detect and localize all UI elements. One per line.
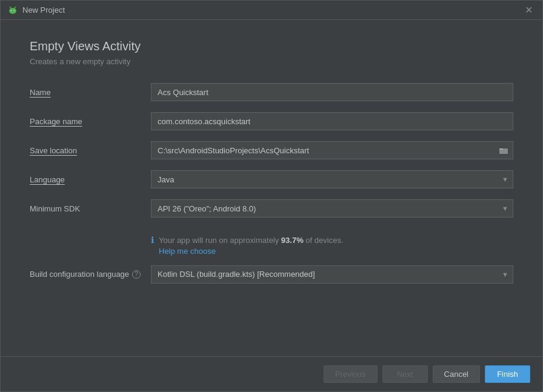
form-content: Empty Views Activity Creates a new empty… xyxy=(1,20,542,356)
info-suffix: of devices. xyxy=(304,236,344,245)
svg-point-0 xyxy=(9,8,16,14)
dialog-title: New Project xyxy=(22,5,65,15)
close-button[interactable]: ✕ xyxy=(522,4,535,16)
sdk-info-text: Your app will run on approximately 93.7%… xyxy=(159,234,344,256)
section-subtitle: Creates a new empty activity xyxy=(30,57,513,66)
dialog-footer: Previous Next Cancel Finish xyxy=(1,356,542,391)
name-field-wrap xyxy=(151,83,513,101)
cancel-button[interactable]: Cancel xyxy=(433,365,480,383)
name-row: Name xyxy=(30,83,513,101)
build-config-help-icon[interactable]: ? xyxy=(132,270,141,279)
previous-button[interactable]: Previous xyxy=(324,365,378,383)
info-prefix: Your app will run on approximately xyxy=(159,236,281,245)
build-config-field-wrap: Kotlin DSL (build.gradle.kts) [Recommend… xyxy=(151,265,513,284)
minimum-sdk-select[interactable]: API 26 ("Oreo"; Android 8.0) API 21 ("Lo… xyxy=(151,199,513,218)
svg-line-4 xyxy=(15,7,16,8)
title-bar-left: New Project xyxy=(8,5,65,15)
svg-line-3 xyxy=(10,7,12,8)
svg-point-2 xyxy=(14,10,15,11)
build-config-row: Build configuration language ? Kotlin DS… xyxy=(30,265,513,284)
sdk-info-row: ℹ Your app will run on approximately 93.… xyxy=(30,228,513,258)
minimum-sdk-select-wrap: API 26 ("Oreo"; Android 8.0) API 21 ("Lo… xyxy=(151,199,513,218)
name-input[interactable] xyxy=(151,83,513,101)
minimum-sdk-label: Minimum SDK xyxy=(30,204,151,213)
android-logo-icon xyxy=(8,5,18,15)
title-bar: New Project ✕ xyxy=(1,1,542,20)
save-location-label: Save location xyxy=(30,146,151,155)
next-button[interactable]: Next xyxy=(382,365,428,383)
new-project-dialog: New Project ✕ Empty Views Activity Creat… xyxy=(0,0,543,392)
language-label: Language xyxy=(30,175,151,184)
minimum-sdk-row: Minimum SDK API 26 ("Oreo"; Android 8.0)… xyxy=(30,199,513,218)
language-row: Language Java Kotlin ▼ xyxy=(30,170,513,188)
build-config-label-wrap: Build configuration language ? xyxy=(30,270,151,279)
minimum-sdk-field-wrap: API 26 ("Oreo"; Android 8.0) API 21 ("Lo… xyxy=(151,199,513,218)
finish-button[interactable]: Finish xyxy=(485,365,530,383)
language-select-wrap: Java Kotlin ▼ xyxy=(151,170,513,188)
location-input-group xyxy=(151,141,513,159)
info-icon: ℹ xyxy=(151,235,154,245)
save-location-input[interactable] xyxy=(151,141,495,159)
save-location-field-wrap xyxy=(151,141,513,159)
svg-point-1 xyxy=(11,10,12,11)
build-config-select-wrap: Kotlin DSL (build.gradle.kts) [Recommend… xyxy=(151,265,513,284)
help-me-choose-link[interactable]: Help me choose xyxy=(159,247,344,256)
package-name-field-wrap xyxy=(151,112,513,130)
language-field-wrap: Java Kotlin ▼ xyxy=(151,170,513,188)
info-percentage: 93.7% xyxy=(281,236,304,245)
folder-icon xyxy=(499,147,508,154)
build-config-select[interactable]: Kotlin DSL (build.gradle.kts) [Recommend… xyxy=(151,265,513,284)
svg-rect-6 xyxy=(499,148,503,150)
package-name-row: Package name xyxy=(30,112,513,130)
save-location-row: Save location xyxy=(30,141,513,159)
build-config-label: Build configuration language ? xyxy=(30,270,151,279)
section-title: Empty Views Activity xyxy=(30,39,513,53)
browse-folder-button[interactable] xyxy=(495,141,513,159)
name-label: Name xyxy=(30,88,151,97)
package-name-input[interactable] xyxy=(151,112,513,130)
package-name-label: Package name xyxy=(30,117,151,126)
language-select[interactable]: Java Kotlin xyxy=(151,170,513,188)
